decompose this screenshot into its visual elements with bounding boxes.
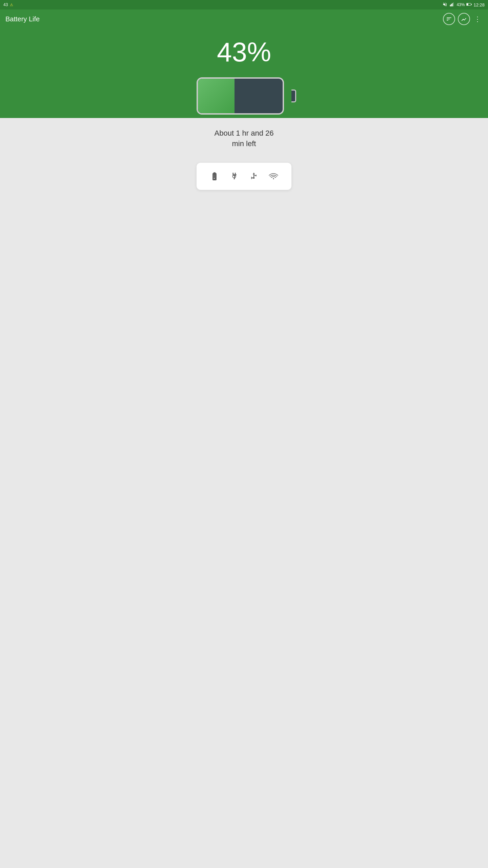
toolbar: Battery Life ⋮ xyxy=(0,9,488,28)
page-title: Battery Life xyxy=(5,15,443,23)
battery-status-icon xyxy=(466,2,472,7)
svg-rect-5 xyxy=(467,3,468,5)
notification-count: 43 xyxy=(3,2,8,7)
gray-section: About 1 hr and 26min left xyxy=(0,118,488,868)
battery-visual xyxy=(197,74,291,118)
svg-rect-3 xyxy=(453,2,454,6)
svg-rect-9 xyxy=(233,173,234,175)
time-display: 12:28 xyxy=(473,2,485,7)
svg-rect-0 xyxy=(450,5,451,6)
svg-rect-1 xyxy=(451,4,452,6)
svg-rect-8 xyxy=(214,174,216,178)
status-bar: 43 ⚠ 43% xyxy=(0,0,488,9)
more-options-button[interactable]: ⋮ xyxy=(473,15,483,23)
svg-rect-2 xyxy=(452,3,453,6)
toolbar-actions: ⋮ xyxy=(443,13,483,25)
filter-button[interactable] xyxy=(443,13,455,25)
warning-icon: ⚠ xyxy=(10,3,13,7)
battery-fill xyxy=(198,79,235,113)
battery-action-button[interactable] xyxy=(208,170,221,183)
battery-percent-status: 43% xyxy=(456,2,465,7)
time-remaining-text: About 1 hr and 26min left xyxy=(215,128,274,149)
battery-percentage: 43% xyxy=(217,39,271,66)
svg-rect-6 xyxy=(471,4,472,5)
svg-point-20 xyxy=(273,178,274,179)
status-bar-right: 43% 12:28 xyxy=(442,2,485,8)
usb-action-button[interactable] xyxy=(247,170,261,183)
mute-icon xyxy=(442,2,448,8)
chart-button[interactable] xyxy=(458,13,470,25)
battery-body xyxy=(197,77,284,115)
green-section: 43% xyxy=(0,28,488,118)
signal-icon xyxy=(449,2,455,8)
actions-bar xyxy=(197,163,291,190)
svg-rect-10 xyxy=(235,173,236,175)
battery-terminal xyxy=(291,90,296,102)
wifi-hotspot-action-button[interactable] xyxy=(267,170,280,183)
plug-action-button[interactable] xyxy=(227,170,241,183)
status-bar-left: 43 ⚠ xyxy=(3,2,13,7)
